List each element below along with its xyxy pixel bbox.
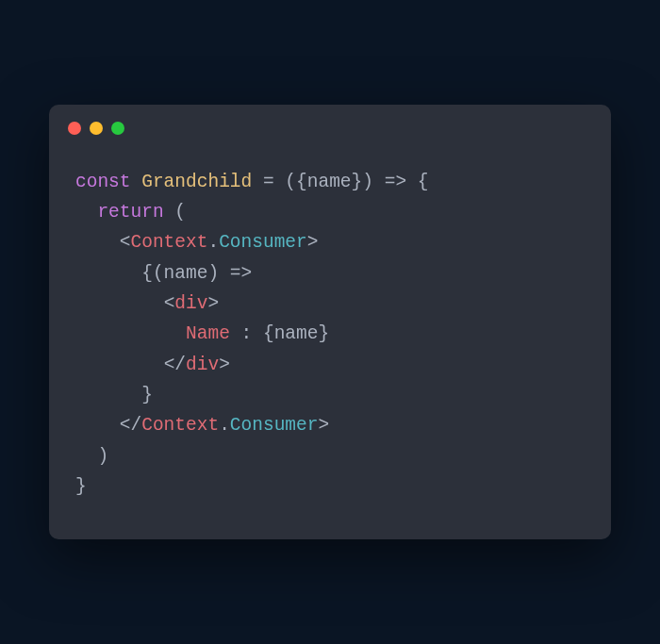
code-brace: }: [75, 476, 87, 497]
code-brace: }: [141, 385, 153, 405]
code-brace: {: [418, 172, 429, 192]
code-paren: ): [97, 446, 108, 467]
code-angle: <: [120, 232, 131, 253]
code-component-member: Consumer: [219, 232, 307, 253]
code-angle: </: [120, 415, 141, 436]
code-keyword: const: [75, 172, 131, 192]
minimize-icon[interactable]: [90, 122, 103, 135]
code-component: Context: [141, 415, 219, 436]
code-params: ({name}): [285, 172, 373, 192]
code-angle: >: [219, 355, 230, 375]
maximize-icon[interactable]: [111, 122, 124, 135]
code-block: const Grandchild = ({name}) => { return …: [49, 144, 611, 540]
code-component: Context: [131, 232, 208, 253]
code-arrow: =>: [373, 172, 418, 192]
code-dot: .: [219, 415, 230, 436]
code-angle: <: [164, 293, 175, 314]
code-text: : {name}: [230, 323, 329, 344]
window-titlebar: [49, 105, 611, 144]
code-expression: {(name) =>: [141, 263, 263, 284]
code-component-member: Consumer: [230, 415, 319, 436]
code-tag: div: [186, 355, 219, 375]
code-operator: =: [252, 172, 285, 192]
code-paren: (: [164, 202, 186, 223]
code-angle: >: [207, 293, 219, 314]
code-angle: >: [318, 415, 329, 436]
code-function-name: Grandchild: [141, 172, 252, 192]
code-keyword: return: [97, 202, 163, 223]
code-angle: >: [307, 232, 319, 253]
code-dot: .: [207, 232, 219, 253]
code-angle: </: [164, 355, 186, 375]
code-text: Name: [186, 323, 230, 344]
close-icon[interactable]: [68, 122, 81, 135]
code-tag: div: [174, 293, 207, 314]
code-window: const Grandchild = ({name}) => { return …: [49, 105, 611, 540]
